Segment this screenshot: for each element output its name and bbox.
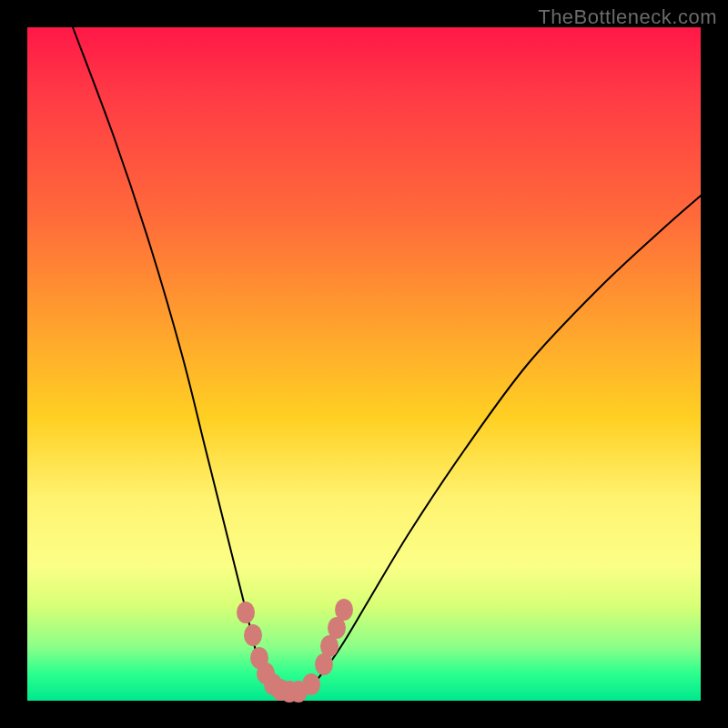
valley-marker (244, 624, 262, 646)
watermark-text: TheBottleneck.com (538, 5, 717, 29)
chart-frame: TheBottleneck.com (0, 0, 728, 728)
valley-marker (302, 673, 320, 695)
valley-markers (237, 599, 353, 703)
valley-marker (335, 599, 353, 621)
valley-marker (237, 602, 255, 623)
plot-area (27, 27, 701, 701)
curve-layer (27, 27, 701, 701)
curve-right-arm (300, 196, 701, 696)
curve-left-arm (73, 27, 278, 696)
